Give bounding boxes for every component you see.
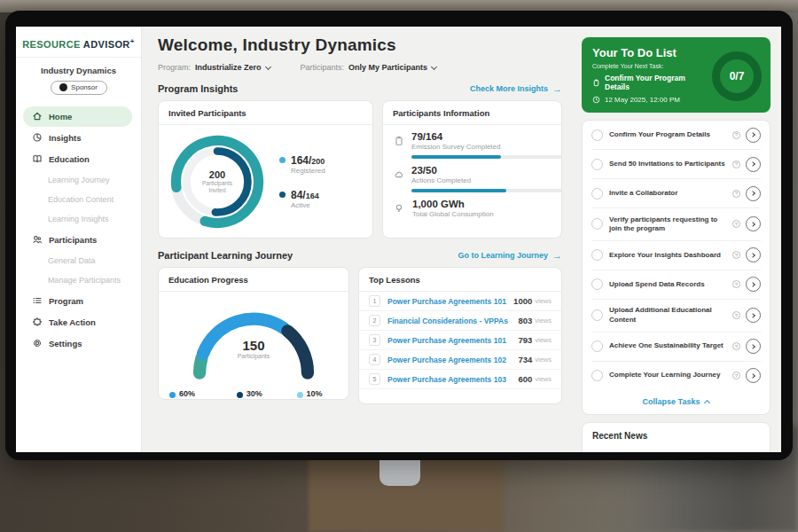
chevron-right-button[interactable]: [746, 339, 761, 354]
participants-filter-dropdown[interactable]: Participants: Only My Participants: [301, 63, 437, 72]
chevron-right-button[interactable]: [746, 157, 761, 172]
chevron-right-button[interactable]: [746, 247, 761, 262]
todo-task-invite-collaborator[interactable]: Invite a Collaborator: [591, 179, 761, 208]
sidebar-item-label: Take Action: [49, 317, 96, 327]
chevron-right-button[interactable]: [746, 186, 761, 201]
todo-due-date: 12 May 2025, 12:00 PM: [592, 96, 712, 104]
gauge-center-label: Participants: [159, 353, 348, 359]
lesson-rank-badge: 1: [369, 295, 380, 307]
sidebar-item-program[interactable]: Program: [23, 291, 132, 311]
lesson-rank-badge: 5: [369, 373, 380, 385]
sidebar-item-learning-journey[interactable]: Learning Journey: [16, 170, 141, 190]
sidebar-item-home[interactable]: Home: [23, 106, 132, 127]
collapse-tasks-link[interactable]: Collapse Tasks: [591, 390, 761, 414]
lesson-row[interactable]: 1 Power Purchase Agreements 101 1000 vie…: [359, 292, 561, 311]
chevron-right-button[interactable]: [746, 277, 761, 292]
checkbox-icon[interactable]: [591, 159, 603, 170]
todo-task-upload-spend-data[interactable]: Upload Spend Data Records: [591, 270, 761, 300]
sidebar-item-general-data[interactable]: General Data: [16, 251, 141, 270]
consumption-stat: 1,000 GWh Total Global Consumption: [394, 199, 551, 218]
chevron-right-button[interactable]: [746, 128, 761, 143]
legend-completed: 60% Completed: [169, 389, 209, 400]
sponsor-badge[interactable]: Sponsor: [51, 81, 107, 95]
participants-filter-label: Participants:: [301, 63, 345, 72]
program-filter-label: Program:: [158, 63, 191, 72]
lesson-rank-badge: 2: [369, 315, 380, 326]
sidebar-item-insights[interactable]: Insights: [23, 128, 132, 148]
checkbox-icon[interactable]: [591, 309, 603, 321]
sponsor-badge-label: Sponsor: [71, 83, 98, 91]
lesson-title-link[interactable]: Power Purchase Agreements 102: [387, 356, 518, 364]
lesson-row[interactable]: 5 Power Purchase Agreements 103 600 view…: [359, 370, 561, 389]
legend-active: 84/164 Active: [279, 189, 325, 209]
todo-task-verify-participants[interactable]: Verify participants requesting to join t…: [591, 208, 761, 241]
checkbox-icon[interactable]: [591, 340, 603, 352]
sidebar-item-participants[interactable]: Participants: [23, 230, 132, 250]
card-title: Top Lessons: [359, 268, 561, 292]
chevron-right-button[interactable]: [746, 308, 761, 323]
legend-not-started: 10% Not Started: [297, 389, 338, 400]
lesson-row[interactable]: 3 Power Purchase Agreements 101 793 view…: [359, 331, 561, 350]
program-filter-value: Industrialize Zero: [195, 63, 262, 72]
sidebar-item-label: Program: [49, 296, 83, 306]
lightbulb-icon: [394, 199, 405, 218]
sidebar-item-label: Participants: [49, 235, 97, 245]
todo-task-upload-educational-content[interactable]: Upload Additional Educational Content: [591, 300, 761, 332]
legend-pending: 30% Pending: [237, 389, 270, 400]
logo-text-secondary: ADVISOR: [83, 39, 130, 50]
program-filter-dropdown[interactable]: Program: Industrialize Zero: [158, 63, 270, 72]
list-icon: [32, 295, 43, 306]
take-action-icon: [32, 317, 43, 327]
sidebar-item-education[interactable]: Education: [23, 149, 132, 169]
arrow-right-icon: →: [552, 83, 562, 94]
sidebar-item-education-content[interactable]: Education Content: [16, 190, 141, 209]
sidebar-item-label: Settings: [49, 339, 82, 348]
sidebar-item-settings[interactable]: Settings: [23, 333, 132, 354]
todo-progress-ring: 0/7: [712, 51, 762, 101]
checkbox-icon[interactable]: [591, 278, 603, 290]
todo-task-explore-insights[interactable]: Explore Your Insights Dashboard: [591, 241, 761, 270]
home-icon: [32, 111, 43, 121]
clock-icon: [592, 96, 600, 104]
checkbox-icon[interactable]: [591, 188, 603, 200]
todo-task-confirm-program[interactable]: Confirm Your Program Details: [591, 121, 761, 150]
sidebar-item-manage-participants[interactable]: Manage Participants: [16, 270, 141, 290]
lesson-row[interactable]: 4 Power Purchase Agreements 102 734 view…: [359, 350, 561, 370]
checkbox-icon[interactable]: [591, 370, 603, 381]
logo-plus: +: [130, 37, 135, 45]
lesson-title-link[interactable]: Financial Considerations - VPPAs: [387, 317, 518, 325]
actions-cloud-icon: [394, 165, 404, 192]
lesson-title-link[interactable]: Power Purchase Agreements 101: [387, 336, 518, 345]
checkbox-icon[interactable]: [591, 249, 603, 261]
chevron-right-button[interactable]: [746, 216, 761, 231]
checkbox-icon[interactable]: [591, 218, 603, 230]
app-logo: RESOURCE ADVISOR+: [16, 35, 141, 58]
sidebar-item-label: Home: [49, 112, 72, 121]
todo-task-send-invitations[interactable]: Send 50 Invitations to Participants: [591, 150, 761, 179]
check-more-insights-link[interactable]: Check More Insights →: [470, 83, 562, 94]
lesson-row[interactable]: 2 Financial Considerations - VPPAs 803 v…: [359, 311, 561, 331]
chevron-down-icon: [431, 63, 437, 69]
clipboard-icon: [592, 79, 600, 87]
active-dot-icon: [279, 192, 286, 198]
info-icon: [732, 220, 740, 228]
chevron-down-icon: [264, 63, 270, 69]
checkbox-icon[interactable]: [591, 129, 603, 141]
todo-task-complete-learning-journey[interactable]: Complete Your Learning Journey: [591, 362, 761, 390]
chevron-right-button[interactable]: [746, 368, 761, 383]
todo-task-achieve-target[interactable]: Achieve One Sustainability Target: [591, 332, 761, 362]
go-to-learning-journey-link[interactable]: Go to Learning Journey →: [458, 250, 562, 261]
education-progress-gauge-chart: 150 Participants: [159, 292, 348, 387]
invited-participants-card: Invited Participants 200 Participants In…: [158, 100, 373, 239]
sidebar-item-learning-insights[interactable]: Learning Insights: [16, 209, 141, 229]
sidebar-item-take-action[interactable]: Take Action: [23, 312, 132, 332]
people-icon: [32, 234, 43, 245]
top-lessons-card: Top Lessons 1 Power Purchase Agreements …: [358, 267, 562, 404]
info-icon: [732, 311, 740, 319]
lesson-title-link[interactable]: Power Purchase Agreements 103: [387, 375, 518, 384]
lesson-rank-badge: 4: [369, 354, 380, 365]
emission-survey-progress-bar: [411, 155, 562, 159]
main-content: Welcome, Industry Dynamics Program: Indu…: [142, 27, 575, 452]
lesson-title-link[interactable]: Power Purchase Agreements 101: [387, 297, 513, 306]
recent-news-title: Recent News: [592, 431, 760, 441]
